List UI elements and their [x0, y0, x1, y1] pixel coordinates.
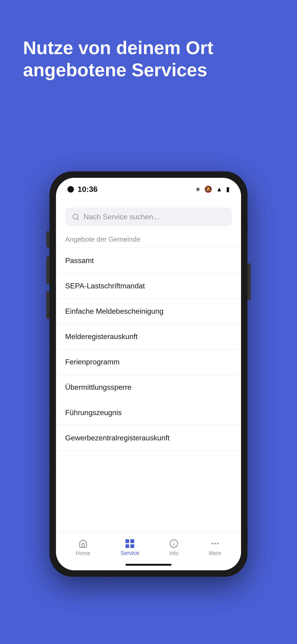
more-icon — [210, 539, 220, 548]
home-icon — [78, 539, 88, 548]
service-list: Passamt SEPA-Lastschriftmandat Einfache … — [56, 248, 241, 532]
grid-dot-3 — [126, 544, 130, 548]
nav-item-mehr[interactable]: Mehr — [204, 537, 226, 559]
section-header: Angebote der Gemeinde — [56, 233, 241, 248]
background: Nutze von deinem Ort angebotene Services… — [0, 0, 297, 644]
search-bar[interactable]: Nach Service suchen... — [65, 208, 232, 226]
nav-item-info[interactable]: Info — [164, 537, 183, 559]
notification-icon: 🔕 — [204, 186, 212, 193]
service-item-fuehrungszeugnis[interactable]: Führungszeugnis — [56, 400, 241, 426]
phone-btn-power — [248, 264, 251, 300]
bluetooth-icon: ∗ — [195, 186, 200, 193]
service-item-meldebescheinigung[interactable]: Einfache Meldebescheinigung — [56, 299, 241, 324]
phone-wrapper: 10:36 ∗ 🔕 ▲ ▮ — [50, 104, 248, 644]
service-item-passamt[interactable]: Passamt — [56, 248, 241, 274]
camera-dot — [68, 186, 74, 192]
svg-line-1 — [77, 218, 78, 220]
bottom-nav: Home Service — [56, 532, 241, 561]
service-item-melderegister[interactable]: Melderegisterauskunft — [56, 324, 241, 350]
svg-point-5 — [212, 543, 213, 544]
headline-line1: Nutze von deinem Ort — [23, 38, 214, 58]
status-time-area: 10:36 — [68, 185, 98, 194]
info-icon — [169, 539, 178, 548]
status-time: 10:36 — [78, 185, 98, 194]
grid-dot-4 — [130, 544, 134, 548]
nav-label-mehr: Mehr — [209, 550, 222, 556]
headline-area: Nutze von deinem Ort angebotene Services — [0, 0, 297, 95]
service-item-gewerbezentral[interactable]: Gewerbezentralregisterauskunft — [56, 426, 241, 451]
phone-screen: 10:36 ∗ 🔕 ▲ ▮ — [56, 178, 241, 570]
search-placeholder: Nach Service suchen... — [84, 212, 159, 221]
service-item-uebermittlung[interactable]: Übermittlungssperre — [56, 375, 241, 400]
nav-item-home[interactable]: Home — [71, 537, 95, 559]
grid-dot-2 — [130, 539, 134, 543]
home-indicator — [56, 561, 241, 570]
status-icons: ∗ 🔕 ▲ ▮ — [195, 186, 230, 193]
search-area[interactable]: Nach Service suchen... — [56, 203, 241, 233]
app-content: Nach Service suchen... Angebote der Geme… — [56, 196, 241, 570]
headline-line2: angebotene Services — [23, 60, 207, 80]
grid-icon — [126, 539, 134, 548]
wifi-icon: ▲ — [216, 186, 222, 193]
phone-frame: 10:36 ∗ 🔕 ▲ ▮ — [50, 171, 248, 577]
phone-btn-mute — [46, 231, 50, 247]
phone-btn-vol-up — [46, 256, 50, 284]
svg-point-6 — [214, 543, 215, 544]
service-item-sepa[interactable]: SEPA-Lastschriftmandat — [56, 274, 241, 299]
nav-label-home: Home — [76, 550, 90, 556]
grid-dot-1 — [126, 539, 130, 543]
battery-icon: ▮ — [226, 186, 230, 193]
nav-label-info: Info — [169, 550, 178, 556]
nav-item-service[interactable]: Service — [116, 537, 144, 558]
status-bar: 10:36 ∗ 🔕 ▲ ▮ — [56, 178, 241, 196]
svg-point-7 — [217, 543, 218, 544]
home-bar — [126, 564, 172, 566]
service-item-ferienprogramm[interactable]: Ferienprogramm — [56, 350, 241, 375]
search-icon — [72, 213, 80, 221]
headline-text: Nutze von deinem Ort angebotene Services — [23, 37, 274, 81]
phone-btn-vol-down — [46, 291, 50, 319]
nav-label-service: Service — [121, 550, 139, 556]
